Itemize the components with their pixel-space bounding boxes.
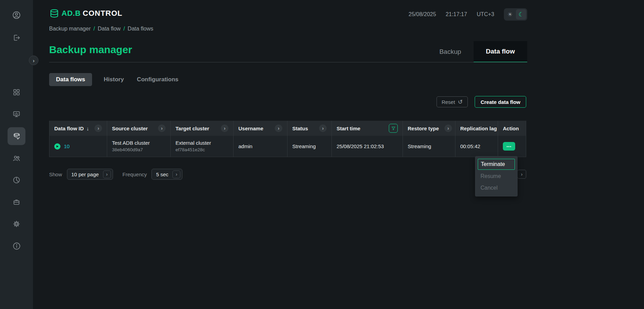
pie-chart-icon xyxy=(12,176,21,184)
subtab-configurations[interactable]: Configurations xyxy=(136,73,180,86)
per-page-select[interactable]: 10 per page › xyxy=(67,169,113,180)
column-menu-chevron-icon[interactable]: › xyxy=(275,124,282,132)
briefcase-icon xyxy=(12,198,21,206)
cell-data-flow-id: ▶ 10 xyxy=(49,136,107,157)
cell-source-cluster: Test ADB cluster 38eb4060d9a7 xyxy=(107,136,171,157)
current-time: 21:17:17 xyxy=(446,11,467,17)
tab-backup-label: Backup xyxy=(439,48,461,56)
header-right: 25/08/2025 21:17:17 UTC+3 ☀ ☾ xyxy=(409,8,527,21)
breadcrumb-item[interactable]: Data flow xyxy=(98,26,121,32)
play-button[interactable]: ▶ xyxy=(54,143,60,150)
frequency-group: Frequency 5 sec › xyxy=(123,169,183,180)
column-header-status: Status › xyxy=(287,121,332,136)
menu-item-cancel[interactable]: Cancel xyxy=(475,182,518,194)
cell-target-cluster: External cluster ef78a451e28c xyxy=(171,136,234,157)
sidebar xyxy=(0,0,33,309)
frequency-select[interactable]: 5 sec › xyxy=(151,169,182,180)
logout-icon xyxy=(12,34,21,42)
logo-text-primary: AD.B xyxy=(61,9,81,18)
sort-desc-icon[interactable]: ↓ xyxy=(87,126,89,131)
cell-restore-type: Streaming xyxy=(403,136,455,157)
sidebar-item-reports[interactable] xyxy=(8,171,25,189)
logout-button[interactable] xyxy=(8,29,25,47)
column-header-source-cluster: Source cluster › xyxy=(107,121,171,136)
pagination-next-button[interactable]: › xyxy=(517,170,526,179)
sidebar-item-settings[interactable] xyxy=(8,215,25,233)
subtab-data-flows[interactable]: Data flows xyxy=(49,73,92,86)
source-cluster-id: 38eb4060d9a7 xyxy=(112,146,150,153)
data-flows-table: Data flow ID ↓ › Source cluster › Target… xyxy=(49,121,526,157)
sidebar-item-monitoring[interactable] xyxy=(8,105,25,123)
row-actions-menu: Terminate Resume Cancel xyxy=(475,156,518,197)
target-cluster-id: ef78a451e28c xyxy=(176,146,211,153)
breadcrumb-item[interactable]: Data flows xyxy=(128,26,154,32)
column-header-target-cluster: Target cluster › xyxy=(171,121,234,136)
ellipsis-icon: ••• xyxy=(507,144,512,148)
column-menu-chevron-icon[interactable]: › xyxy=(444,124,452,132)
frequency-value: 5 sec xyxy=(156,171,168,177)
status-value: Streaming xyxy=(292,143,316,149)
breadcrumb-separator: / xyxy=(123,26,125,32)
data-flow-id-link[interactable]: 10 xyxy=(64,143,70,149)
logo-database-icon xyxy=(49,8,59,19)
sidebar-item-backup[interactable] xyxy=(8,127,25,145)
column-header-replication-lag: Replication lag xyxy=(455,121,498,136)
column-header-action: Action xyxy=(498,121,526,136)
current-date: 25/08/2025 xyxy=(409,11,436,17)
create-data-flow-label: Create data flow xyxy=(481,99,520,105)
top-tabs: Backup Data flow xyxy=(427,41,527,62)
frequency-label: Frequency xyxy=(123,171,147,177)
chevron-down-icon: › xyxy=(103,170,111,178)
moon-icon: ☾ xyxy=(518,11,523,18)
sidebar-item-services[interactable] xyxy=(8,193,25,211)
breadcrumb-item[interactable]: Backup manager xyxy=(49,26,91,32)
reset-button-label: Reset xyxy=(442,99,455,105)
breadcrumb: Backup manager / Data flow / Data flows xyxy=(49,26,153,32)
chevron-down-icon: › xyxy=(172,170,180,178)
column-menu-chevron-icon[interactable]: › xyxy=(94,124,102,132)
filter-funnel-icon xyxy=(391,126,396,131)
tab-backup[interactable]: Backup xyxy=(427,41,473,62)
menu-item-resume[interactable]: Resume xyxy=(475,170,518,182)
person-icon xyxy=(12,11,21,20)
cell-start-time: 25/08/2025 21:02:53 xyxy=(332,136,403,157)
cell-action: ••• xyxy=(498,136,526,157)
sidebar-item-dashboard[interactable] xyxy=(8,83,25,101)
sidebar-item-users[interactable] xyxy=(8,149,25,167)
row-actions-button[interactable]: ••• xyxy=(503,142,515,151)
sidebar-expand-button[interactable]: › xyxy=(29,56,38,65)
theme-toggle: ☀ ☾ xyxy=(504,8,527,21)
column-header-start-time: Start time xyxy=(332,121,403,136)
sidebar-nav xyxy=(8,83,25,255)
show-label: Show xyxy=(49,171,62,177)
create-data-flow-button[interactable]: Create data flow xyxy=(475,96,526,108)
dark-theme-button[interactable]: ☾ xyxy=(516,9,526,20)
column-menu-chevron-icon[interactable]: › xyxy=(158,124,166,132)
table-footer: Show 10 per page › Frequency 5 sec › › xyxy=(49,169,526,180)
chevron-right-icon: › xyxy=(33,58,35,63)
database-check-icon xyxy=(12,132,21,141)
title-divider xyxy=(49,62,527,62)
menu-item-terminate[interactable]: Terminate xyxy=(478,159,515,170)
info-icon xyxy=(12,242,21,250)
column-menu-chevron-icon[interactable]: › xyxy=(221,124,228,132)
reset-button[interactable]: Reset ↺ xyxy=(437,96,468,107)
table-header-row: Data flow ID ↓ › Source cluster › Target… xyxy=(49,121,526,136)
column-header-username: Username › xyxy=(234,121,287,136)
app-root: › AD.B CONTROL 25/08/2025 21:17:17 UTC+3… xyxy=(0,0,644,309)
sun-icon: ☀ xyxy=(507,11,512,18)
cell-username: admin xyxy=(234,136,287,157)
start-time-filter-button[interactable] xyxy=(389,124,398,133)
profile-icon[interactable] xyxy=(8,6,25,24)
column-header-restore-type: Restore type › xyxy=(403,121,455,136)
tab-data-flow[interactable]: Data flow xyxy=(474,41,527,62)
sub-tabs: Data flows History Configurations xyxy=(49,73,180,86)
column-menu-chevron-icon[interactable]: › xyxy=(319,124,327,132)
subtab-history[interactable]: History xyxy=(102,73,125,86)
cell-status: Streaming xyxy=(287,136,332,157)
play-icon: ▶ xyxy=(56,145,58,148)
page-title: Backup manager xyxy=(49,44,132,56)
app-logo: AD.B CONTROL xyxy=(49,8,123,19)
sidebar-item-info[interactable] xyxy=(8,237,25,255)
light-theme-button[interactable]: ☀ xyxy=(505,9,515,20)
